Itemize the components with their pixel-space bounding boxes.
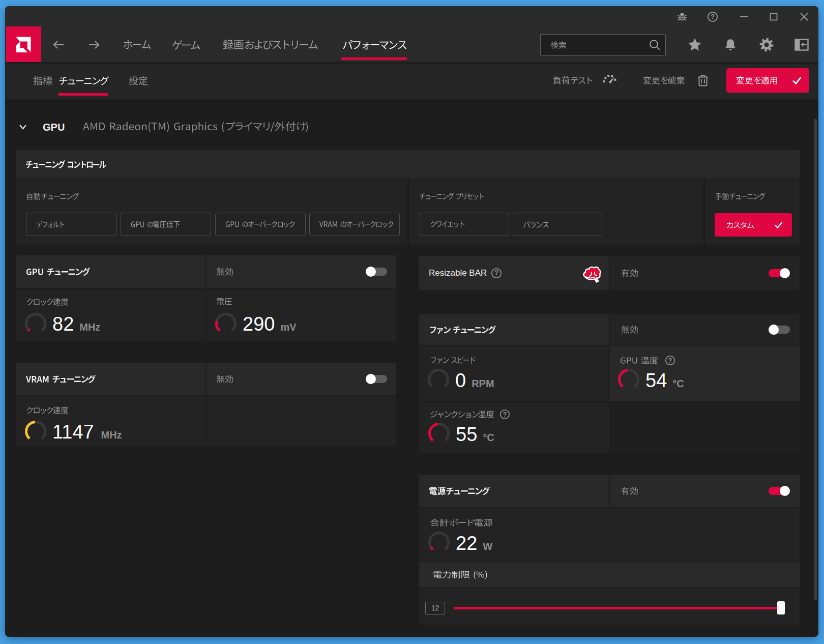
svg-text:?: ?: [494, 269, 499, 277]
svg-text:?: ?: [711, 13, 715, 20]
svg-text:?: ?: [668, 356, 672, 364]
svg-text:?: ?: [503, 410, 507, 418]
